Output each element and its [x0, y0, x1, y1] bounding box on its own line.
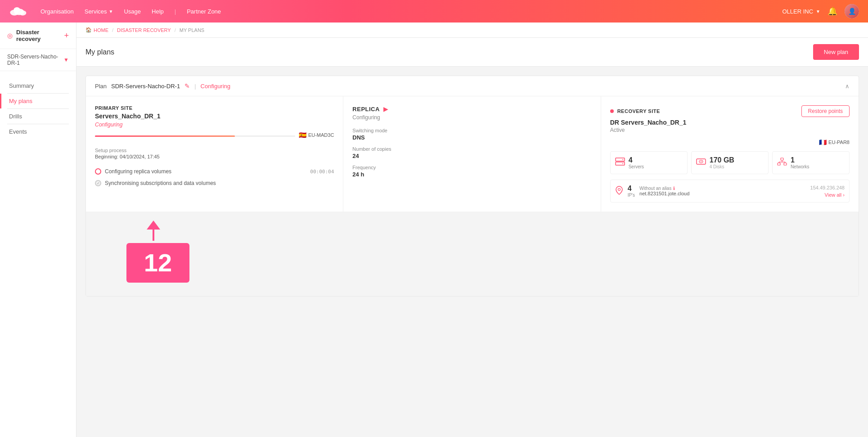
flag-es-icon: 🇪🇸 [299, 131, 306, 139]
recovery-site-name: DR Servers_Nacho_DR_1 [610, 119, 850, 126]
primary-site-status: Configuring [95, 122, 334, 128]
breadcrumb-current: MY PLANS [180, 27, 204, 33]
breadcrumb-dr[interactable]: DISASTER RECOVERY [117, 27, 171, 33]
add-button[interactable]: + [64, 31, 69, 41]
logo[interactable] [9, 5, 27, 18]
step-done-icon: ✓ [95, 180, 101, 186]
setup-process-date: Beginning: 04/10/2024, 17:45 [95, 154, 334, 159]
separator: | [194, 83, 196, 90]
page-header: My plans New plan [76, 38, 868, 67]
flag-fr-icon: 🇫🇷 [819, 139, 827, 146]
svg-point-2 [19, 10, 26, 15]
replica-status: Configuring [352, 114, 591, 121]
play-icon: ▶ [383, 105, 388, 113]
svg-rect-12 [778, 163, 780, 165]
setup-step-1: Configuring replica volumes 00:00:04 [95, 166, 334, 177]
step-in-progress-icon [95, 168, 101, 175]
notification-bell[interactable]: 🔔 [828, 6, 837, 16]
step-1-label: Configuring replica volumes [105, 168, 171, 175]
disk-value: 170 GB [710, 156, 734, 164]
resource-servers: 4 Servers [610, 151, 688, 174]
collapse-icon[interactable]: ∧ [845, 83, 850, 90]
ip-details: Without an alias ℹ net.8231501.jote.clou… [639, 186, 806, 196]
replica-title: REPLICA [352, 106, 380, 113]
top-navigation: Organisation Services ▼ Usage Help | Par… [0, 0, 868, 23]
upload-arrow-icon [135, 221, 171, 243]
nav-help[interactable]: Help [152, 8, 164, 15]
view-all-link[interactable]: View all › [810, 192, 845, 198]
plan-status-link[interactable]: Configuring [201, 83, 231, 90]
breadcrumb-home[interactable]: 🏠 HOME [85, 27, 108, 33]
ip-address: 154.49.236.248 [810, 185, 845, 190]
sidebar-item-drills[interactable]: Drills [0, 109, 76, 124]
resource-disks: 170 GB 4 Disks [691, 151, 769, 174]
ip-domain: net.8231501.jote.cloud [639, 191, 806, 196]
upload-number-box: 12 [126, 243, 189, 283]
recovery-resources: 4 Servers [610, 151, 850, 174]
recovery-site-status: Active [610, 127, 850, 133]
active-dot-icon [610, 109, 614, 113]
upload-number: 12 [144, 248, 172, 277]
recovery-site: RECOVERY SITE Restore points DR Servers_… [601, 96, 859, 212]
info-icon: ℹ [673, 186, 675, 191]
nav-divider: | [175, 8, 176, 15]
svg-marker-20 [147, 221, 160, 230]
primary-site-location: 🇪🇸 EU-MAD3C [299, 131, 334, 139]
replica-copies: Number of copies 24 [352, 146, 591, 159]
replica-switching-mode: Switching mode DNS [352, 128, 591, 141]
chevron-down-icon: ▼ [109, 9, 113, 14]
restore-points-button[interactable]: Restore points [801, 105, 850, 117]
servers-value: 4 [629, 156, 644, 164]
step-1-time: 00:00:04 [310, 169, 334, 175]
primary-site: PRIMARY SITE Servers_Nacho_DR_1 Configur… [86, 96, 343, 212]
ip-count: 4 [628, 185, 635, 193]
sidebar-header: ◎ Disaster recovery + [0, 23, 76, 49]
chevron-down-icon: ▼ [63, 57, 69, 63]
edit-icon[interactable]: ✎ [184, 82, 190, 90]
svg-point-7 [622, 163, 623, 164]
new-plan-button[interactable]: New plan [813, 44, 859, 60]
user-avatar[interactable]: 👤 [845, 4, 859, 18]
servers-label: Servers [629, 164, 644, 169]
network-icon [777, 158, 787, 168]
page-title: My plans [85, 48, 114, 56]
setup-process-label: Setup process [95, 148, 334, 153]
nav-organisation[interactable]: Organisation [40, 8, 74, 15]
recovery-site-type-label: RECOVERY SITE [617, 108, 660, 114]
svg-rect-11 [781, 158, 783, 160]
replica-site: REPLICA ▶ Configuring Switching mode DNS… [343, 96, 601, 212]
sidebar-item-events[interactable]: Events [0, 124, 76, 139]
plan-card: Plan SDR-Servers-Nacho-DR-1 ✎ | Configur… [85, 76, 859, 297]
resource-networks: 1 Networks [772, 151, 850, 174]
main-content: 🏠 HOME / DISASTER RECOVERY / MY PLANS My… [76, 23, 868, 437]
sidebar-item-summary[interactable]: Summary [0, 78, 76, 93]
sidebar-item-my-plans[interactable]: My plans [0, 94, 76, 108]
sidebar-title: Disaster recovery [16, 29, 64, 42]
service-selector[interactable]: SDR-Servers-Nacho-DR-1 ▼ [0, 49, 76, 71]
plan-name: SDR-Servers-Nacho-DR-1 [111, 83, 180, 90]
server-icon [615, 158, 625, 168]
svg-point-3 [13, 7, 20, 12]
primary-site-name: Servers_Nacho_DR_1 [95, 113, 334, 120]
breadcrumb-sep-1: / [112, 27, 113, 33]
nav-partner-zone[interactable]: Partner Zone [187, 8, 221, 15]
breadcrumb: 🏠 HOME / DISASTER RECOVERY / MY PLANS [76, 23, 868, 38]
networks-value: 1 [791, 156, 810, 164]
sidebar: ◎ Disaster recovery + SDR-Servers-Nacho-… [0, 23, 76, 437]
org-selector[interactable]: OLLER INC ▼ [782, 8, 820, 15]
home-icon: 🏠 [85, 27, 92, 33]
plan-card-header: Plan SDR-Servers-Nacho-DR-1 ✎ | Configur… [86, 76, 859, 96]
step-2-label: Synchronising subscriptions and data vol… [105, 180, 216, 186]
nav-usage[interactable]: Usage [124, 8, 141, 15]
networks-label: Networks [791, 164, 810, 169]
breadcrumb-sep-2: / [175, 27, 176, 33]
nav-services[interactable]: Services ▼ [85, 8, 113, 15]
svg-rect-13 [784, 163, 787, 165]
org-name: OLLER INC [782, 8, 813, 15]
sites-row: PRIMARY SITE Servers_Nacho_DR_1 Configur… [86, 96, 859, 212]
disk-label: 4 Disks [710, 164, 734, 169]
dr-icon: ◎ [7, 32, 13, 39]
chevron-down-icon: ▼ [816, 9, 820, 14]
setup-step-2: ✓ Synchronising subscriptions and data v… [95, 177, 334, 189]
plan-label: Plan [95, 83, 107, 90]
